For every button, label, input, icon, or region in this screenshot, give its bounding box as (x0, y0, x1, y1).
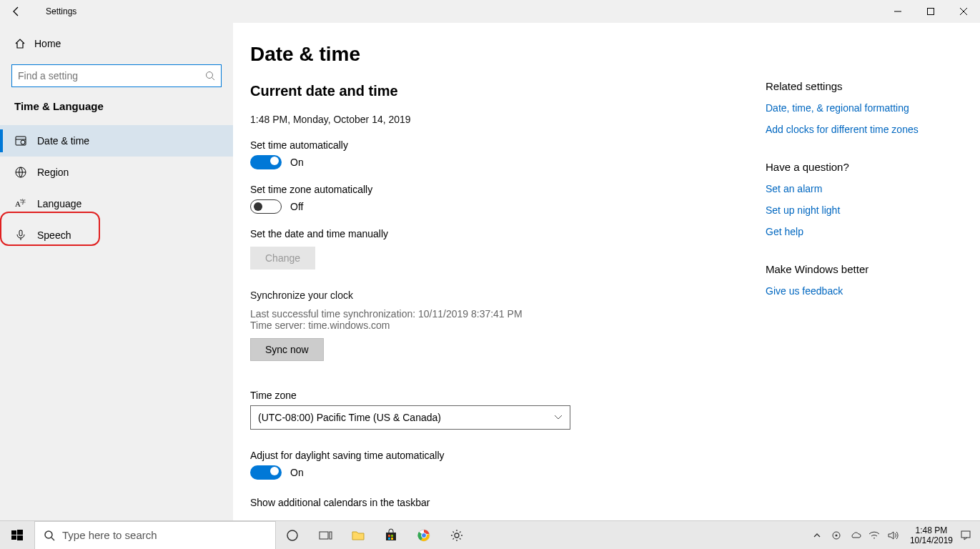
sync-last: Last successful time synchronization: 10… (250, 308, 766, 320)
sidebar-section-title: Time & Language (0, 100, 233, 118)
svg-rect-21 (330, 532, 332, 539)
feedback-heading: Make Windows better (766, 263, 966, 275)
svg-rect-12 (19, 230, 22, 236)
sidebar-item-label: Date & time (37, 135, 89, 147)
svg-rect-25 (388, 538, 390, 540)
set-tz-auto-label: Set time zone automatically (250, 184, 766, 195)
svg-line-5 (212, 78, 215, 81)
main: Date & time Current date and time 1:48 P… (233, 23, 980, 520)
search-icon (44, 530, 55, 541)
store-button[interactable] (375, 521, 407, 550)
set-time-auto-label: Set time automatically (250, 139, 766, 151)
wifi-icon[interactable] (868, 530, 884, 540)
timezone-label: Time zone (250, 390, 766, 401)
system-tray: 1:48 PM 10/14/2019 (813, 525, 980, 545)
svg-line-18 (51, 538, 54, 540)
set-time-auto-toggle[interactable] (250, 155, 282, 169)
search-input[interactable] (11, 64, 222, 87)
svg-rect-26 (391, 538, 393, 540)
taskbar: Type here to search (0, 520, 980, 549)
sync-server: Time server: time.windows.com (250, 320, 766, 331)
link-add-clocks[interactable]: Add clocks for different time zones (766, 124, 966, 135)
svg-rect-15 (11, 535, 16, 540)
svg-point-17 (45, 531, 52, 538)
extra-cal-label: Show additional calendars in the taskbar (250, 497, 766, 508)
chrome-button[interactable] (407, 521, 440, 550)
sidebar-item-region[interactable]: Region (0, 157, 233, 188)
settings-button[interactable] (440, 521, 473, 550)
timezone-value: (UTC-08:00) Pacific Time (US & Canada) (258, 412, 441, 423)
related-heading: Related settings (766, 80, 966, 92)
link-feedback[interactable]: Give us feedback (766, 285, 966, 297)
content: Date & time Current date and time 1:48 P… (233, 23, 766, 520)
tray-overflow-icon[interactable] (813, 531, 828, 540)
globe-icon (14, 166, 37, 179)
link-get-help[interactable]: Get help (766, 226, 966, 237)
start-button[interactable] (0, 521, 34, 550)
link-night-light[interactable]: Set up night light (766, 204, 966, 216)
link-set-alarm[interactable]: Set an alarm (766, 183, 966, 194)
set-time-auto-state: On (290, 157, 304, 168)
settings-window: Settings Home (0, 0, 980, 520)
link-date-regional[interactable]: Date, time, & regional formatting (766, 102, 966, 114)
maximize-button[interactable] (914, 0, 947, 23)
sync-title: Synchronize your clock (250, 290, 766, 301)
chevron-down-icon (554, 415, 563, 420)
svg-text:字: 字 (20, 199, 26, 205)
svg-rect-23 (388, 535, 390, 537)
sidebar-item-date-time[interactable]: Date & time (0, 125, 233, 157)
tray-time: 1:48 PM (910, 525, 953, 535)
sidebar-item-speech[interactable]: Speech (0, 219, 233, 251)
svg-point-4 (207, 72, 213, 79)
taskbar-search-placeholder: Type here to search (62, 529, 157, 541)
tray-date: 10/14/2019 (910, 535, 953, 545)
page-title: Date & time (250, 43, 766, 66)
current-datetime: 1:48 PM, Monday, October 14, 2019 (250, 114, 766, 125)
dst-label: Adjust for daylight saving time automati… (250, 450, 766, 461)
svg-rect-20 (320, 532, 328, 539)
right-column: Related settings Date, time, & regional … (766, 23, 980, 520)
file-explorer-button[interactable] (342, 521, 375, 550)
search-icon (205, 71, 215, 81)
task-view-button[interactable] (309, 521, 342, 550)
home-label: Home (34, 38, 61, 49)
taskbar-search[interactable]: Type here to search (34, 521, 276, 550)
dst-toggle[interactable] (250, 465, 282, 480)
location-icon[interactable] (831, 530, 847, 540)
sidebar-item-language[interactable]: A字 Language (0, 188, 233, 219)
action-center-icon[interactable] (960, 530, 976, 541)
svg-point-19 (287, 530, 297, 540)
volume-icon[interactable] (887, 530, 903, 540)
language-icon: A字 (14, 197, 37, 210)
home-icon (14, 38, 34, 49)
timezone-select[interactable]: (UTC-08:00) Pacific Time (US & Canada) (250, 405, 570, 430)
question-heading: Have a question? (766, 161, 966, 173)
search-input-field[interactable] (18, 70, 205, 81)
cortana-button[interactable] (276, 521, 309, 550)
minimize-button[interactable] (881, 0, 914, 23)
svg-rect-1 (928, 9, 934, 15)
svg-rect-14 (17, 530, 23, 535)
windows-icon (11, 530, 23, 541)
change-button: Change (250, 247, 315, 269)
sidebar: Home Time & Language Date & time (0, 23, 233, 520)
set-tz-auto-toggle[interactable] (250, 199, 282, 214)
close-button[interactable] (947, 0, 980, 23)
section-current: Current date and time (250, 83, 766, 99)
svg-point-32 (835, 534, 837, 536)
onedrive-icon[interactable] (850, 531, 866, 540)
svg-point-30 (455, 533, 459, 538)
sidebar-item-label: Language (37, 198, 81, 209)
set-tz-auto-state: Off (290, 201, 303, 212)
window-title: Settings (46, 6, 76, 16)
svg-point-29 (422, 533, 427, 538)
set-manual-label: Set the date and time manually (250, 228, 766, 239)
svg-rect-24 (391, 535, 393, 537)
tray-clock[interactable]: 1:48 PM 10/14/2019 (906, 525, 957, 545)
microphone-icon (14, 229, 37, 242)
svg-rect-16 (17, 535, 23, 540)
back-button[interactable] (11, 6, 29, 16)
home-button[interactable]: Home (0, 29, 233, 59)
sidebar-item-label: Region (37, 167, 69, 178)
sync-now-button[interactable]: Sync now (250, 338, 324, 361)
